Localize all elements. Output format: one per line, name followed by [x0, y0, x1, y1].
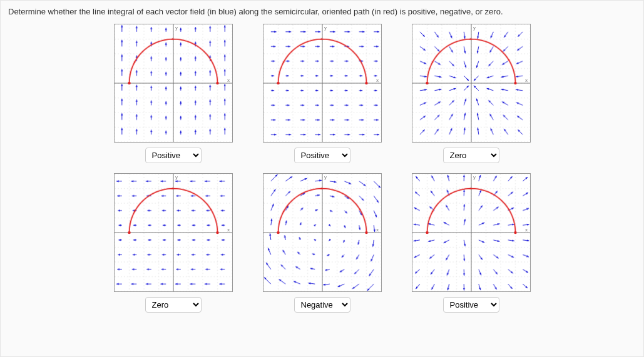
- vector-field-plot-6: [412, 173, 531, 292]
- plot-cell-5: PositiveNegativeZero: [257, 173, 388, 313]
- answer-select-2[interactable]: PositiveNegativeZero: [294, 148, 350, 163]
- question-prompt: Determine whether the line integral of e…: [8, 7, 636, 16]
- plot-cell-4: PositiveNegativeZero: [108, 173, 239, 313]
- vector-field-plot-1: [114, 24, 233, 143]
- plot-cell-2: PositiveNegativeZero: [257, 24, 388, 163]
- answer-select-wrap-6: PositiveNegativeZero: [443, 297, 499, 313]
- answer-select-wrap-4: PositiveNegativeZero: [145, 297, 202, 313]
- plot-cell-1: PositiveNegativeZero: [108, 24, 239, 163]
- vector-field-plot-5: [263, 173, 382, 292]
- answer-select-6[interactable]: PositiveNegativeZero: [443, 297, 499, 313]
- question-container: Determine whether the line integral of e…: [0, 0, 644, 357]
- vector-field-plot-4: [114, 173, 233, 292]
- answer-select-wrap-5: PositiveNegativeZero: [294, 297, 350, 313]
- answer-select-wrap-3: PositiveNegativeZero: [443, 148, 499, 163]
- plot-cell-3: PositiveNegativeZero: [406, 24, 537, 163]
- vector-field-plot-3: [412, 24, 531, 143]
- plot-cell-6: PositiveNegativeZero: [406, 173, 537, 313]
- answer-select-5[interactable]: PositiveNegativeZero: [294, 297, 350, 313]
- answer-select-wrap-2: PositiveNegativeZero: [294, 148, 350, 163]
- answer-select-3[interactable]: PositiveNegativeZero: [443, 148, 499, 163]
- answer-select-4[interactable]: PositiveNegativeZero: [145, 297, 202, 313]
- plot-grid: PositiveNegativeZeroPositiveNegativeZero…: [8, 24, 636, 313]
- vector-field-plot-2: [263, 24, 382, 143]
- answer-select-wrap-1: PositiveNegativeZero: [145, 148, 202, 163]
- answer-select-1[interactable]: PositiveNegativeZero: [145, 148, 202, 163]
